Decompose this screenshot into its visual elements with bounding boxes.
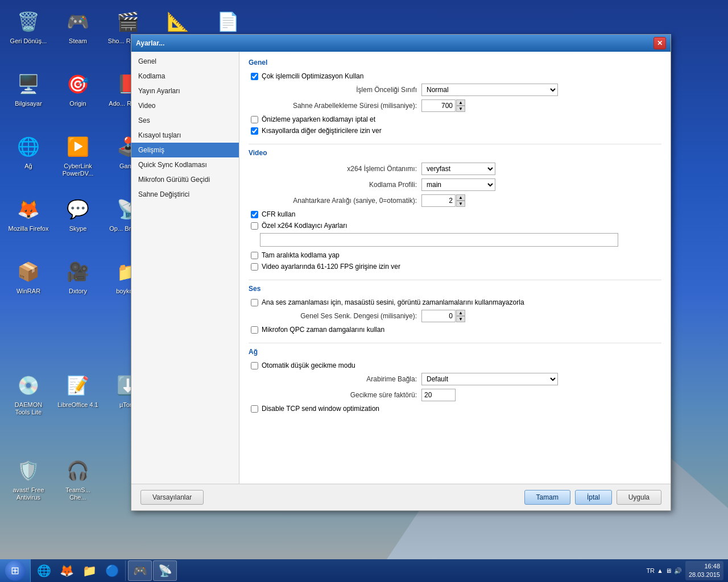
systray-volume-icon[interactable]: 🔊 (674, 567, 682, 575)
otomatik-checkbox[interactable] (251, 362, 258, 369)
desktop: 🗑️ Geri Dönüş... 🎮 Steam 🎬 Sho... Remo..… (0, 0, 728, 582)
tamaralik-checkbox[interactable] (251, 252, 258, 259)
fps-row: Video ayarlarında 61-120 FPS girişine iz… (249, 263, 661, 271)
taskbar-firefox-icon[interactable]: 🦊 (56, 560, 77, 581)
x264-preset-row: x264 İşlemci Öntanımı: ultrafast superfa… (249, 163, 661, 175)
genel-ses-row: Genel Ses Senk. Dengesi (milisaniye): ▲ … (249, 310, 661, 322)
x264-preset-label: x264 İşlemci Öntanımı: (258, 165, 417, 173)
start-button[interactable] (0, 559, 31, 582)
fps-label: Video ayarlarında 61-120 FPS girişine iz… (262, 263, 400, 271)
sidebar-item-video[interactable]: Video (131, 98, 239, 113)
ana-ses-checkbox[interactable] (251, 299, 258, 306)
sidebar-item-genel[interactable]: Genel (131, 54, 239, 69)
systray-up-arrow[interactable]: ▲ (657, 567, 663, 574)
sidebar-item-ses[interactable]: Ses (131, 113, 239, 128)
cfr-label: CFR kullan (262, 210, 295, 218)
sidebar-item-sahne[interactable]: Sahne Değiştirici (131, 187, 239, 202)
buffer-up-button[interactable]: ▲ (456, 99, 465, 106)
varsayilanlar-button[interactable]: Varsayılanlar (140, 490, 204, 505)
clock-time: 16:48 (689, 562, 720, 571)
multiprocess-checkbox[interactable] (251, 73, 258, 80)
taskbar-explorer-icon[interactable]: 📁 (78, 560, 100, 581)
section-ses-title: Ses (249, 285, 661, 294)
arabirime-select[interactable]: Default (421, 373, 558, 385)
settings-dialog: Ayarlar... ✕ Genel Kodlama Yayın Ayarlar… (131, 34, 671, 511)
anahtar-spinner-buttons: ▲ ▼ (456, 194, 465, 207)
iptal-button[interactable]: İptal (575, 490, 612, 505)
section-genel: Genel Çok işlemcili Optimizasyon Kullan … (249, 59, 661, 135)
tcp-row: Disable TCP send window optimization (249, 405, 661, 413)
dialog-body: Genel Kodlama Yayın Ayarları Video Ses K… (131, 52, 671, 484)
tamaralik-row: Tam aralıkta kodlama yap (249, 251, 661, 259)
priority-row: İşlem Önceliği Sınıfı Normal Düşük Yükse… (249, 84, 661, 96)
sidebar-item-kodlama[interactable]: Kodlama (131, 69, 239, 84)
shortcuts-label: Kısayollarda diğer değiştiricilere izin … (262, 127, 382, 135)
shortcuts-checkbox[interactable] (251, 127, 258, 135)
dialog-overlay: Ayarlar... ✕ Genel Kodlama Yayın Ayarlar… (0, 0, 728, 582)
divider-3 (249, 343, 661, 343)
buffer-down-button[interactable]: ▼ (456, 106, 465, 112)
tcp-checkbox[interactable] (251, 405, 258, 413)
tamaralik-label: Tam aralıkta kodlama yap (262, 251, 340, 259)
anahtar-label: Anahtarkare Aralığı (saniye, 0=otomatik)… (258, 197, 417, 205)
taskbar-steam-app[interactable]: 🎮 (128, 560, 152, 581)
cfr-row: CFR kullan (249, 210, 661, 218)
section-video-title: Video (249, 149, 661, 158)
clock[interactable]: 16:48 28.03.2015 (685, 561, 723, 581)
ozel-row: Özel x264 Kodlayıcı Ayarları (249, 222, 661, 230)
arabirime-label: Arabirime Bağla: (258, 375, 417, 383)
mikrofon-qpc-label: Mikrofon QPC zaman damgalarını kullan (262, 326, 384, 334)
language-indicator: TR (646, 567, 655, 574)
buffer-label: Sahne Arabellekleme Süresi (milisaniye): (258, 102, 417, 110)
systray: TR ▲ 🖥 🔊 (646, 567, 682, 575)
sidebar-item-quicksync[interactable]: Quick Sync Kodlaması (131, 157, 239, 172)
sidebar: Genel Kodlama Yayın Ayarları Video Ses K… (131, 52, 239, 484)
ozel-input-container (249, 233, 661, 247)
taskbar-ie-icon[interactable]: 🌐 (33, 560, 55, 581)
anahtar-up-button[interactable]: ▲ (456, 194, 465, 201)
otomatik-label: Otomatik düşük gecikme modu (262, 361, 355, 369)
mikrofon-qpc-checkbox[interactable] (251, 326, 258, 334)
shortcuts-row: Kısayollarda diğer değiştiricilere izin … (249, 127, 661, 135)
ana-ses-label: Ana ses zamanlaması için, masaüstü sesin… (262, 298, 524, 306)
close-button[interactable]: ✕ (653, 37, 666, 49)
buffer-spinner: ▲ ▼ (421, 99, 465, 112)
sidebar-item-mikrofon[interactable]: Mikrofon Gürültü Geçidi (131, 172, 239, 187)
preview-cancel-row: Önizleme yaparken kodlamayı iptal et (249, 115, 661, 123)
clock-date: 28.03.2015 (689, 571, 720, 579)
priority-label: İşlem Önceliği Sınıfı (258, 86, 417, 94)
sidebar-item-kisayol[interactable]: Kısayol tuşları (131, 128, 239, 143)
cfr-checkbox[interactable] (251, 211, 258, 218)
divider-2 (249, 280, 661, 280)
uygula-button[interactable]: Uygula (617, 490, 661, 505)
genel-ses-up-button[interactable]: ▲ (456, 310, 465, 316)
taskbar-obs-app[interactable]: 📡 (153, 560, 177, 581)
genel-ses-down-button[interactable]: ▼ (456, 316, 465, 322)
kodlama-profili-label: Kodlama Profili: (258, 181, 417, 189)
ozel-checkbox[interactable] (251, 222, 258, 230)
otomatik-row: Otomatik düşük gecikme modu (249, 361, 661, 369)
priority-select[interactable]: Normal Düşük Yüksek (421, 84, 558, 96)
buffer-input[interactable] (421, 99, 456, 112)
tamam-button[interactable]: Tamam (524, 490, 570, 505)
ozel-input[interactable] (260, 233, 618, 247)
ozel-label: Özel x264 Kodlayıcı Ayarları (262, 222, 348, 230)
anahtar-input[interactable] (421, 194, 456, 207)
gecikme-label: Gecikme süre faktörü: (258, 391, 417, 399)
fps-checkbox[interactable] (251, 263, 258, 271)
anahtar-row: Anahtarkare Aralığı (saniye, 0=otomatik)… (249, 194, 661, 207)
sidebar-item-yayin[interactable]: Yayın Ayarları (131, 84, 239, 98)
preview-cancel-checkbox[interactable] (251, 116, 258, 123)
divider-1 (249, 144, 661, 144)
gecikme-input[interactable] (421, 389, 456, 401)
gecikme-row: Gecikme süre faktörü: (249, 389, 661, 401)
kodlama-profili-select[interactable]: baseline main high (421, 178, 495, 191)
genel-ses-spinner: ▲ ▼ (421, 310, 465, 322)
sidebar-item-gelismis[interactable]: Gelişmiş (131, 143, 239, 157)
x264-preset-select[interactable]: ultrafast superfast veryfast faster fast… (421, 163, 495, 175)
taskbar-chrome-icon[interactable]: 🔵 (101, 560, 123, 581)
genel-ses-input[interactable] (421, 310, 456, 322)
preview-cancel-label: Önizleme yaparken kodlamayı iptal et (262, 115, 375, 123)
genel-ses-label: Genel Ses Senk. Dengesi (milisaniye): (258, 312, 417, 320)
anahtar-down-button[interactable]: ▼ (456, 201, 465, 207)
